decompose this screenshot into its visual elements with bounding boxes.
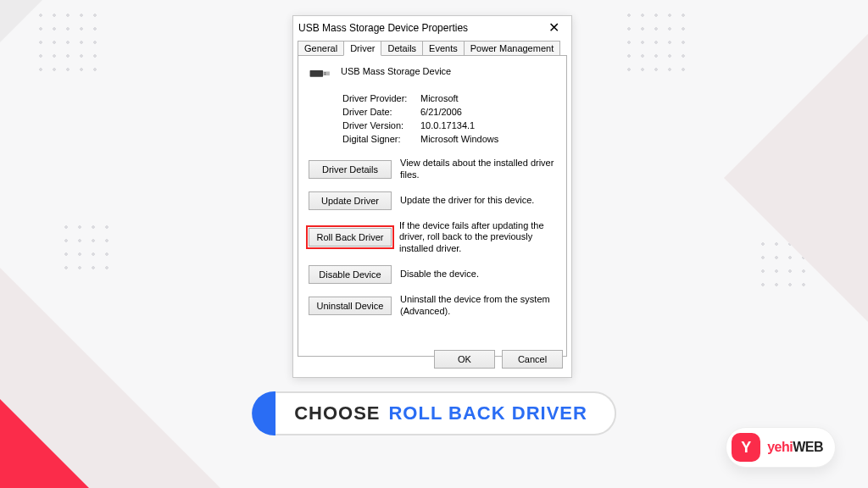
tab-general[interactable]: General — [298, 41, 344, 56]
decoration-triangle — [0, 0, 42, 42]
decoration-dots — [59, 220, 110, 271]
logo-mark-icon: Y — [732, 433, 760, 462]
titlebar: USB Mass Storage Device Properties ✕ — [293, 16, 571, 40]
svg-rect-2 — [325, 72, 326, 73]
svg-rect-0 — [310, 70, 324, 77]
tab-driver[interactable]: Driver — [343, 41, 381, 56]
tab-strip: General Driver Details Events Power Mana… — [293, 40, 571, 55]
driver-details-button[interactable]: Driver Details — [309, 160, 392, 179]
tab-events[interactable]: Events — [422, 41, 465, 56]
signer-label: Digital Signer: — [342, 134, 420, 144]
usb-device-icon — [309, 64, 332, 81]
driver-details-desc: View details about the installed driver … — [400, 158, 556, 181]
brand-logo: Y yehiWEB — [726, 427, 836, 468]
tab-details[interactable]: Details — [381, 41, 423, 56]
rollback-highlight: Roll Back Driver — [306, 225, 394, 249]
driver-tab-panel: USB Mass Storage Device Driver Provider:… — [298, 55, 567, 357]
version-value: 10.0.17134.1 — [420, 120, 475, 130]
disable-device-button[interactable]: Disable Device — [309, 265, 392, 284]
date-label: Driver Date: — [342, 107, 420, 117]
uninstall-device-button[interactable]: Uninstall Device — [309, 297, 392, 315]
provider-value: Microsoft — [420, 93, 459, 103]
update-driver-desc: Update the driver for this device. — [400, 195, 556, 207]
cancel-button[interactable]: Cancel — [502, 350, 563, 369]
caption-prefix: CHOOSE — [294, 402, 380, 424]
svg-rect-3 — [325, 74, 326, 75]
roll-back-driver-button[interactable]: Roll Back Driver — [309, 228, 392, 247]
version-label: Driver Version: — [342, 120, 420, 130]
caption-highlight: ROLL BACK DRIVER — [388, 402, 587, 424]
roll-back-driver-desc: If the device fails after updating the d… — [399, 220, 556, 255]
logo-part2: WEB — [793, 440, 823, 454]
driver-info: Driver Provider: Microsoft Driver Date: … — [342, 93, 556, 144]
disable-device-desc: Disable the device. — [400, 269, 556, 280]
svg-rect-1 — [323, 71, 330, 75]
device-name: USB Mass Storage Device — [341, 64, 451, 81]
logo-part1: yehi — [767, 440, 793, 454]
caption-accent — [252, 391, 275, 435]
update-driver-button[interactable]: Update Driver — [309, 191, 392, 210]
decoration-dots — [34, 8, 102, 76]
signer-value: Microsoft Windows — [420, 134, 498, 144]
dialog-title: USB Mass Storage Device Properties — [298, 22, 542, 34]
date-value: 6/21/2006 — [420, 107, 462, 117]
uninstall-device-desc: Uninstall the device from the system (Ad… — [400, 294, 556, 318]
tab-power-management[interactable]: Power Management — [464, 41, 560, 56]
properties-dialog: USB Mass Storage Device Properties ✕ Gen… — [292, 15, 572, 378]
decoration-dots — [622, 8, 690, 76]
provider-label: Driver Provider: — [342, 93, 420, 103]
ok-button[interactable]: OK — [434, 350, 495, 369]
close-icon[interactable]: ✕ — [542, 19, 566, 36]
logo-text: yehiWEB — [767, 440, 823, 455]
instruction-caption: CHOOSE ROLL BACK DRIVER — [252, 391, 616, 435]
